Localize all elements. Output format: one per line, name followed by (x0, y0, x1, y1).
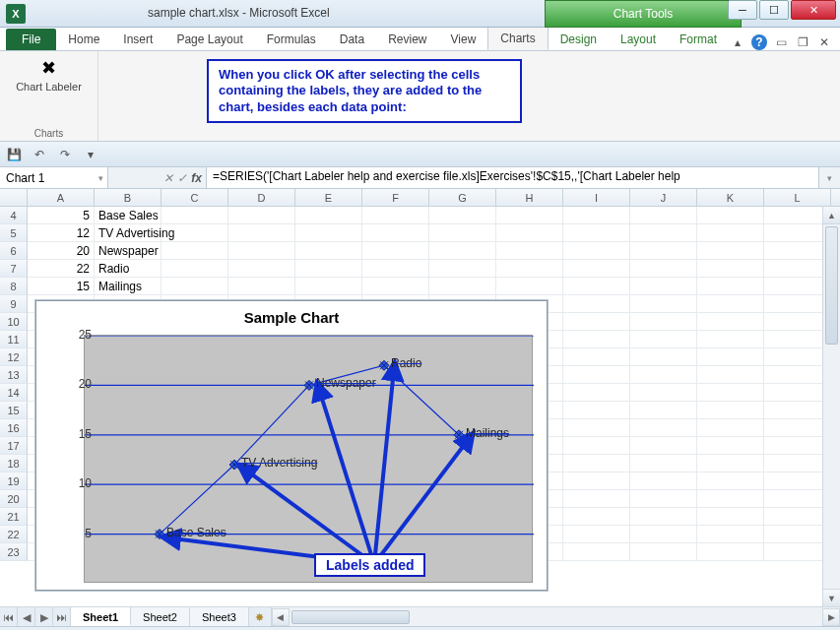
cell[interactable] (630, 260, 697, 278)
row-header[interactable]: 10 (0, 313, 28, 331)
row-header[interactable]: 4 (0, 207, 28, 224)
fx-icon[interactable]: fx (191, 171, 202, 185)
cell[interactable] (697, 437, 764, 455)
cell[interactable] (697, 348, 764, 366)
cell[interactable] (496, 242, 563, 260)
col-header[interactable]: I (563, 189, 630, 206)
cell[interactable] (429, 224, 496, 242)
cell[interactable] (362, 207, 429, 224)
cell[interactable] (563, 526, 630, 543)
qat-customize-icon[interactable]: ▾ (81, 145, 100, 164)
cell[interactable] (764, 366, 831, 384)
tab-file[interactable]: File (6, 29, 56, 50)
cell[interactable] (764, 402, 831, 419)
cell[interactable] (429, 278, 496, 295)
col-header[interactable]: A (28, 189, 95, 206)
cell[interactable] (630, 331, 697, 348)
col-header[interactable]: H (496, 189, 563, 206)
scroll-left-icon[interactable]: ◀ (272, 608, 290, 626)
cell[interactable] (563, 224, 630, 242)
cell[interactable] (429, 207, 496, 224)
row-header[interactable]: 20 (0, 490, 28, 508)
vertical-scrollbar[interactable]: ▲ ▼ (822, 207, 840, 606)
cell[interactable] (563, 295, 630, 313)
cell[interactable] (764, 278, 831, 295)
cell[interactable] (162, 278, 228, 295)
cell[interactable] (764, 472, 831, 490)
scroll-up-icon[interactable]: ▲ (823, 207, 840, 224)
col-header[interactable]: G (429, 189, 496, 206)
row-header[interactable]: 21 (0, 508, 28, 526)
cell[interactable] (630, 526, 697, 543)
row-header[interactable]: 14 (0, 384, 28, 402)
cell[interactable] (563, 331, 630, 348)
cell[interactable] (764, 419, 831, 437)
cell[interactable] (563, 242, 630, 260)
cell[interactable] (764, 526, 831, 543)
help-icon[interactable]: ? (751, 34, 767, 50)
cell[interactable] (496, 260, 563, 278)
ribbon-group-chart-labeler[interactable]: ✖ Chart Labeler Charts (0, 51, 98, 141)
row-header[interactable]: 8 (0, 278, 28, 295)
cell[interactable] (563, 455, 630, 472)
redo-icon[interactable]: ↷ (55, 145, 75, 164)
cell[interactable] (295, 207, 362, 224)
cell[interactable] (764, 295, 831, 313)
cell[interactable] (563, 348, 630, 366)
cell[interactable]: 5 (28, 207, 95, 224)
cell[interactable] (228, 278, 295, 295)
cell[interactable] (697, 207, 764, 224)
row-header[interactable]: 6 (0, 242, 28, 260)
cell[interactable] (630, 402, 697, 419)
horizontal-scrollbar[interactable]: ◀ ▶ (271, 607, 840, 626)
row-header[interactable]: 12 (0, 348, 28, 366)
cell[interactable] (697, 384, 764, 402)
cell[interactable] (563, 313, 630, 331)
cell[interactable] (630, 278, 697, 295)
scroll-down-icon[interactable]: ▼ (823, 589, 840, 606)
cell[interactable] (697, 260, 764, 278)
row-header[interactable]: 15 (0, 402, 28, 419)
tab-data[interactable]: Data (328, 29, 376, 50)
cell[interactable] (764, 508, 831, 526)
tab-chart-format[interactable]: Format (668, 29, 729, 50)
cell[interactable] (563, 472, 630, 490)
cell[interactable] (764, 490, 831, 508)
row-header[interactable]: 19 (0, 472, 28, 490)
vscroll-thumb[interactable] (825, 226, 838, 345)
cell[interactable] (630, 295, 697, 313)
cell[interactable] (228, 224, 295, 242)
cell[interactable] (764, 207, 831, 224)
hscroll-thumb[interactable] (291, 610, 410, 624)
window-restore-icon[interactable]: ▭ (773, 34, 789, 50)
cell[interactable] (697, 278, 764, 295)
sheet-nav-prev-icon[interactable]: ◀ (18, 607, 35, 626)
cell[interactable] (563, 402, 630, 419)
cell[interactable] (630, 508, 697, 526)
col-header[interactable]: D (228, 189, 295, 206)
cell[interactable] (563, 384, 630, 402)
tab-insert[interactable]: Insert (111, 29, 164, 50)
cell[interactable] (697, 366, 764, 384)
cell[interactable] (630, 490, 697, 508)
cell[interactable] (697, 508, 764, 526)
sheet-tab-sheet3[interactable]: Sheet3 (190, 607, 249, 626)
cell[interactable] (764, 331, 831, 348)
enter-formula-icon[interactable]: ✓ (177, 171, 187, 185)
cell[interactable] (563, 543, 630, 561)
cell[interactable] (563, 419, 630, 437)
close-button[interactable]: ✕ (791, 0, 836, 20)
col-header[interactable]: L (764, 189, 831, 206)
cell[interactable] (228, 242, 295, 260)
cell[interactable] (697, 224, 764, 242)
cell[interactable] (362, 224, 429, 242)
cell[interactable] (764, 437, 831, 455)
embedded-chart[interactable]: Sample Chart Base SalesTV AdvertisingNew… (35, 300, 548, 591)
col-header[interactable]: F (362, 189, 429, 206)
cell[interactable] (764, 348, 831, 366)
maximize-button[interactable]: ☐ (759, 0, 789, 20)
worksheet-grid[interactable]: A B C D E F G H I J K L 45Base Sales512T… (0, 189, 840, 606)
cell[interactable] (697, 313, 764, 331)
cell[interactable] (496, 278, 563, 295)
new-sheet-icon[interactable]: ✸ (249, 607, 271, 626)
